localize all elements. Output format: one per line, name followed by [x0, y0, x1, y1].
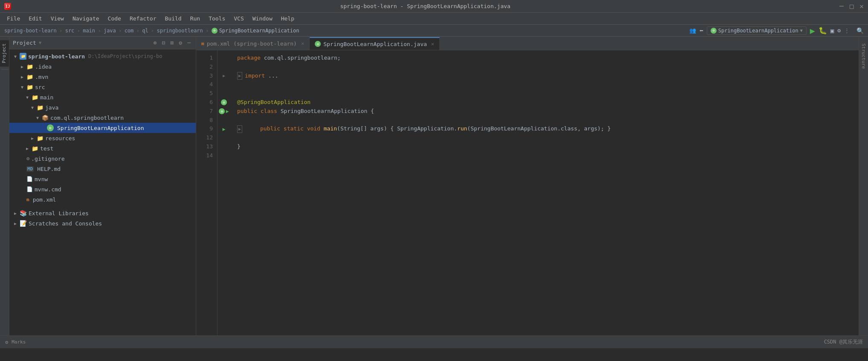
more-actions-button[interactable]: ⋮	[844, 27, 850, 34]
project-label: Project	[13, 40, 36, 46]
tree-main[interactable]: ▼ 📁 main	[9, 92, 196, 102]
tab-main-class[interactable]: ⚙ SpringBootLearnApplication.java ✕	[310, 37, 440, 50]
menu-tools[interactable]: Tools	[205, 14, 229, 23]
tree-idea[interactable]: ▶ 📁 .idea	[9, 61, 196, 72]
search-everywhere-button[interactable]: 🔍	[856, 27, 864, 34]
expand-all-button[interactable]: ⊞	[169, 39, 176, 47]
minimize-button[interactable]: ─	[839, 2, 844, 10]
marks-label[interactable]: Marks	[12, 339, 26, 345]
tree-gitignore[interactable]: ⚙ .gitignore	[9, 153, 196, 164]
line-num-12: 12	[196, 133, 213, 142]
fold-import-icon[interactable]: ▶	[223, 73, 225, 78]
bottom-bar-left: ⚙ Marks	[5, 339, 26, 345]
tree-help-md[interactable]: MD HELP.md	[9, 164, 196, 174]
kw-static: static	[284, 124, 307, 133]
breadcrumb-sep-3: ›	[98, 27, 101, 34]
tree-package[interactable]: ▼ 📦 com.ql.springbootlearn	[9, 113, 196, 123]
collapse-all-button[interactable]: ⊟	[160, 39, 167, 47]
tree-src[interactable]: ▼ 📁 src	[9, 82, 196, 92]
menu-code[interactable]: Code	[105, 14, 125, 23]
tree-scratches[interactable]: ▶ 📝 Scratches and Consoles	[9, 218, 196, 228]
gutter-7: ⚙ ▶	[219, 107, 229, 116]
breadcrumb-ql[interactable]: ql	[142, 28, 148, 34]
main-name: main	[40, 94, 53, 101]
tab-pom-xml[interactable]: m pom.xml (spring-boot-learn) ✕	[196, 37, 310, 50]
md-icon: MD	[26, 166, 34, 172]
tree-resources[interactable]: ▶ 📁 resources	[9, 133, 196, 143]
breadcrumb-src[interactable]: src	[65, 28, 75, 34]
method-fold-icon[interactable]: ▶	[237, 125, 242, 133]
src-folder-icon: 📁	[26, 84, 33, 90]
mvnw-icon: 📄	[26, 176, 33, 182]
menu-edit[interactable]: Edit	[25, 14, 45, 23]
tree-mvn[interactable]: ▶ 📁 .mvn	[9, 72, 196, 82]
run-config-selector[interactable]: ⚙ SpringBootLearnApplication ▼	[707, 26, 807, 35]
mvnw-cmd-icon: 📄	[26, 186, 33, 192]
menu-build[interactable]: Build	[162, 14, 185, 23]
line-num-6: 6	[196, 98, 213, 107]
kw-class: class	[261, 107, 281, 116]
close-panel-button[interactable]: ─	[186, 39, 192, 47]
menu-run[interactable]: Run	[187, 14, 203, 23]
title-bar-left: IJ	[4, 3, 11, 10]
breadcrumb-project[interactable]: spring-boot-learn	[4, 28, 57, 34]
fold-block-icon[interactable]: ▶	[237, 72, 242, 80]
resources-arrow: ▶	[30, 136, 35, 141]
menu-file[interactable]: File	[3, 14, 23, 23]
menu-view[interactable]: View	[47, 14, 67, 23]
tree-java[interactable]: ▼ 📁 java	[9, 102, 196, 113]
main-class-name: SpringBootLearnApplication	[57, 125, 144, 131]
tree-root[interactable]: ▼ 📁 spring-boot-learn D:\IdeaProject\spr…	[9, 51, 196, 61]
breadcrumb-classname[interactable]: SpringBootLearnApplication	[219, 28, 299, 34]
code-line-3: ▶ import ...	[237, 72, 852, 81]
annotation-springboot: @SpringBootApplication	[237, 98, 311, 107]
gitignore-icon: ⚙	[26, 156, 29, 162]
ext-libs-name: External Libraries	[29, 210, 89, 217]
code-line-12	[237, 133, 852, 142]
breadcrumb-java[interactable]: java	[104, 28, 116, 34]
project-tab[interactable]: Project	[0, 40, 9, 66]
pom-tab-close[interactable]: ✕	[301, 40, 304, 46]
pom-tab-icon: m	[201, 41, 204, 46]
main-class-tab-close[interactable]: ✕	[431, 41, 434, 47]
structure-tab[interactable]: Structure	[859, 40, 868, 72]
project-dropdown-icon[interactable]: ▼	[39, 40, 42, 46]
coverage-button[interactable]: ▣	[830, 27, 834, 34]
vcs-icon[interactable]: 👥	[689, 27, 696, 34]
maximize-button[interactable]: □	[850, 2, 854, 10]
close-button[interactable]: ✕	[859, 2, 864, 10]
tree-pom[interactable]: m pom.xml	[9, 194, 196, 205]
run-button[interactable]: ▶	[810, 26, 815, 36]
menu-window[interactable]: Window	[249, 14, 276, 23]
gutter-run-icon[interactable]: ▶	[226, 108, 229, 114]
tree-test[interactable]: ▶ 📁 test	[9, 143, 196, 153]
locate-file-button[interactable]: ⊕	[152, 39, 159, 47]
menu-navigate[interactable]: Navigate	[69, 14, 103, 23]
profile-button[interactable]: ⚙	[837, 27, 841, 34]
navigate-back-icon[interactable]: ⬅	[700, 27, 703, 35]
breadcrumb-com[interactable]: com	[125, 28, 134, 34]
tree-mvnw-cmd[interactable]: 📄 mvnw.cmd	[9, 184, 196, 194]
main-class-tab-icon: ⚙	[315, 41, 321, 47]
tree-mvnw[interactable]: 📄 mvnw	[9, 174, 196, 184]
tree-external-libs[interactable]: ▶ 📚 External Libraries	[9, 208, 196, 218]
menu-vcs[interactable]: VCS	[230, 14, 247, 23]
toolbar-right: 👥 ⬅ ⚙ SpringBootLearnApplication ▼ ▶ 🐛 ▣…	[689, 26, 864, 36]
breadcrumb-sep-6: ›	[151, 27, 154, 34]
line-num-3: 3	[196, 72, 213, 81]
code-editor: 1 2 3 4 5 6 7 8 9 12 13 14 ▶	[196, 50, 859, 335]
gutter-method-run-icon[interactable]: ▶	[222, 126, 225, 132]
menu-refactor[interactable]: Refactor	[126, 14, 160, 23]
tree-main-class[interactable]: ⚙ SpringBootLearnApplication	[9, 123, 196, 133]
breadcrumb-main[interactable]: main	[83, 28, 95, 34]
window-controls: ─ □ ✕	[839, 2, 864, 10]
gutter-class-spring-icon[interactable]: ⚙	[219, 108, 225, 114]
code-content[interactable]: package com.ql.springbootlearn; ▶ import…	[230, 50, 859, 335]
debug-button[interactable]: 🐛	[819, 26, 827, 35]
gutter-6: ⚙	[221, 98, 227, 107]
menu-help[interactable]: Help	[278, 14, 298, 23]
java-arrow: ▼	[30, 105, 35, 110]
breadcrumb-springbootlearn[interactable]: springbootlearn	[157, 28, 203, 34]
project-settings-button[interactable]: ⚙	[177, 39, 184, 47]
gutter-annotation-icon[interactable]: ⚙	[221, 99, 227, 105]
